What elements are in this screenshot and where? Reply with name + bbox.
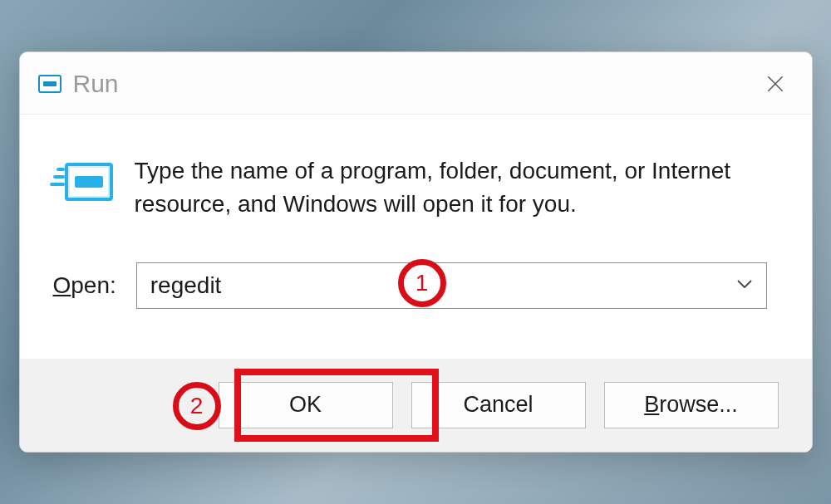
description-row: Type the name of a program, folder, docu… <box>53 154 767 221</box>
close-icon <box>765 73 786 95</box>
browse-button[interactable]: Browse... <box>604 382 779 428</box>
open-row: Open: 1 <box>53 262 767 309</box>
run-dialog: Run Type the name of a program, folder, … <box>19 51 813 453</box>
ok-button[interactable]: OK <box>219 382 393 428</box>
annotation-step-2: 2 <box>173 382 221 430</box>
window-title: Run <box>73 70 119 98</box>
description-text: Type the name of a program, folder, docu… <box>135 154 767 221</box>
run-icon <box>53 159 113 206</box>
chevron-down-icon[interactable] <box>736 278 753 293</box>
open-label: Open: <box>53 272 116 299</box>
open-input[interactable] <box>150 272 753 299</box>
run-titlebar-icon <box>38 75 61 93</box>
close-button[interactable] <box>757 66 794 102</box>
cancel-button[interactable]: Cancel <box>411 382 586 428</box>
dialog-body: Type the name of a program, folder, docu… <box>20 115 812 359</box>
button-bar: 2 OK Cancel Browse... <box>20 359 812 452</box>
open-combobox[interactable] <box>136 262 767 309</box>
cancel-button-label: Cancel <box>463 392 533 418</box>
titlebar: Run <box>20 52 812 115</box>
browse-button-label: Browse... <box>644 392 738 418</box>
annotation-step-1: 1 <box>398 259 446 307</box>
ok-button-label: OK <box>289 392 322 418</box>
